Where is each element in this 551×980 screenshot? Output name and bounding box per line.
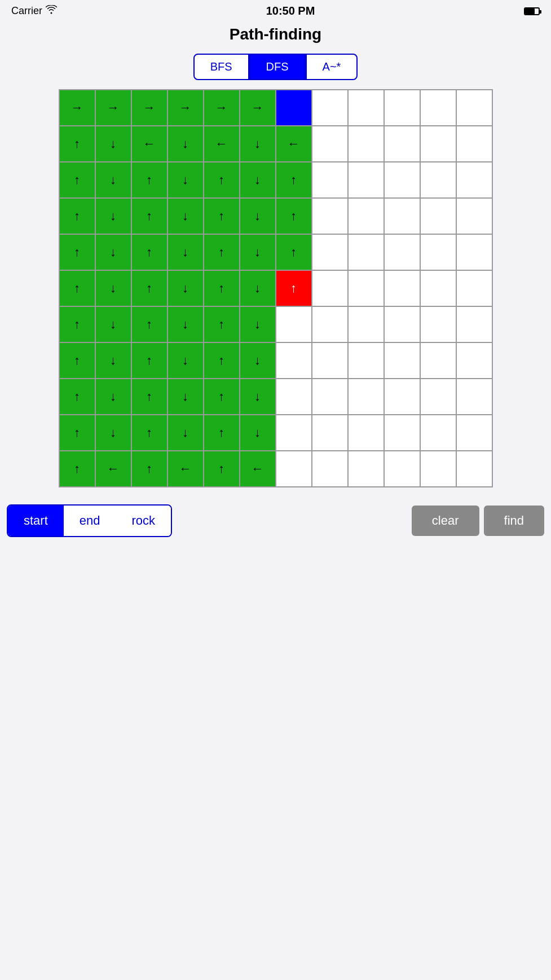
grid-cell-4-10[interactable] xyxy=(420,234,456,270)
grid-cell-5-1[interactable]: ↓ xyxy=(95,270,131,306)
grid-cell-1-4[interactable]: ← xyxy=(204,126,240,162)
grid-cell-7-6[interactable] xyxy=(276,342,312,379)
grid-cell-8-5[interactable]: ↓ xyxy=(240,379,276,415)
grid-cell-0-7[interactable] xyxy=(312,90,348,126)
grid-cell-6-6[interactable] xyxy=(276,306,312,342)
grid-cell-3-1[interactable]: ↓ xyxy=(95,198,131,234)
grid-cell-5-10[interactable] xyxy=(420,270,456,306)
grid-cell-9-1[interactable]: ↓ xyxy=(95,415,131,451)
mode-tab-start[interactable]: start xyxy=(8,506,64,536)
grid-cell-4-7[interactable] xyxy=(312,234,348,270)
grid-cell-5-5[interactable]: ↓ xyxy=(240,270,276,306)
grid-cell-8-3[interactable]: ↓ xyxy=(167,379,204,415)
grid-cell-9-9[interactable] xyxy=(384,415,420,451)
grid-cell-9-4[interactable]: ↑ xyxy=(204,415,240,451)
grid-cell-0-1[interactable]: → xyxy=(95,90,131,126)
grid-cell-3-5[interactable]: ↓ xyxy=(240,198,276,234)
grid-cell-5-0[interactable]: ↑ xyxy=(59,270,95,306)
grid-cell-10-3[interactable]: ← xyxy=(167,451,204,487)
grid-cell-5-8[interactable] xyxy=(348,270,384,306)
grid-cell-1-1[interactable]: ↓ xyxy=(95,126,131,162)
grid-cell-7-11[interactable] xyxy=(456,342,492,379)
grid-cell-6-8[interactable] xyxy=(348,306,384,342)
grid-cell-10-4[interactable]: ↑ xyxy=(204,451,240,487)
grid-cell-2-3[interactable]: ↓ xyxy=(167,162,204,198)
grid-cell-7-7[interactable] xyxy=(312,342,348,379)
grid-cell-10-9[interactable] xyxy=(384,451,420,487)
grid-cell-6-9[interactable] xyxy=(384,306,420,342)
grid-cell-0-11[interactable] xyxy=(456,90,492,126)
grid-cell-4-11[interactable] xyxy=(456,234,492,270)
grid-cell-6-7[interactable] xyxy=(312,306,348,342)
grid-cell-6-2[interactable]: ↑ xyxy=(131,306,167,342)
grid-cell-9-3[interactable]: ↓ xyxy=(167,415,204,451)
grid-cell-7-1[interactable]: ↓ xyxy=(95,342,131,379)
grid-cell-8-4[interactable]: ↑ xyxy=(204,379,240,415)
grid-cell-9-10[interactable] xyxy=(420,415,456,451)
grid-cell-3-6[interactable]: ↑ xyxy=(276,198,312,234)
grid-cell-3-3[interactable]: ↓ xyxy=(167,198,204,234)
grid-cell-7-5[interactable]: ↓ xyxy=(240,342,276,379)
grid-cell-8-2[interactable]: ↑ xyxy=(131,379,167,415)
grid-cell-10-6[interactable] xyxy=(276,451,312,487)
grid-cell-1-0[interactable]: ↑ xyxy=(59,126,95,162)
grid-cell-4-4[interactable]: ↑ xyxy=(204,234,240,270)
grid-cell-7-4[interactable]: ↑ xyxy=(204,342,240,379)
grid-cell-1-9[interactable] xyxy=(384,126,420,162)
grid-cell-1-3[interactable]: ↓ xyxy=(167,126,204,162)
grid-cell-5-11[interactable] xyxy=(456,270,492,306)
mode-tab-rock[interactable]: rock xyxy=(116,506,171,536)
grid-cell-7-2[interactable]: ↑ xyxy=(131,342,167,379)
grid-cell-2-2[interactable]: ↑ xyxy=(131,162,167,198)
grid-cell-4-5[interactable]: ↓ xyxy=(240,234,276,270)
grid-cell-3-8[interactable] xyxy=(348,198,384,234)
grid-cell-6-11[interactable] xyxy=(456,306,492,342)
grid-cell-0-6[interactable] xyxy=(276,90,312,126)
grid-cell-3-2[interactable]: ↑ xyxy=(131,198,167,234)
grid-cell-1-8[interactable] xyxy=(348,126,384,162)
grid-cell-4-9[interactable] xyxy=(384,234,420,270)
grid-cell-1-6[interactable]: ← xyxy=(276,126,312,162)
grid-cell-0-9[interactable] xyxy=(384,90,420,126)
grid-cell-9-7[interactable] xyxy=(312,415,348,451)
algo-tab-astar[interactable]: A~* xyxy=(306,54,358,80)
grid-cell-7-0[interactable]: ↑ xyxy=(59,342,95,379)
clear-button[interactable]: clear xyxy=(412,506,479,536)
grid-cell-5-6[interactable]: ↑ xyxy=(276,270,312,306)
grid-cell-10-8[interactable] xyxy=(348,451,384,487)
grid-cell-10-1[interactable]: ← xyxy=(95,451,131,487)
grid-cell-9-2[interactable]: ↑ xyxy=(131,415,167,451)
grid-cell-3-11[interactable] xyxy=(456,198,492,234)
grid-cell-3-9[interactable] xyxy=(384,198,420,234)
grid-cell-8-9[interactable] xyxy=(384,379,420,415)
grid-cell-7-9[interactable] xyxy=(384,342,420,379)
grid-cell-5-2[interactable]: ↑ xyxy=(131,270,167,306)
grid-cell-10-0[interactable]: ↑ xyxy=(59,451,95,487)
grid-cell-2-0[interactable]: ↑ xyxy=(59,162,95,198)
grid-cell-1-7[interactable] xyxy=(312,126,348,162)
grid-cell-6-10[interactable] xyxy=(420,306,456,342)
grid-cell-2-7[interactable] xyxy=(312,162,348,198)
grid-cell-4-2[interactable]: ↑ xyxy=(131,234,167,270)
grid-cell-6-4[interactable]: ↑ xyxy=(204,306,240,342)
grid-cell-2-1[interactable]: ↓ xyxy=(95,162,131,198)
grid-cell-2-9[interactable] xyxy=(384,162,420,198)
algo-tab-bfs[interactable]: BFS xyxy=(193,54,249,80)
grid-cell-9-0[interactable]: ↑ xyxy=(59,415,95,451)
grid-cell-8-8[interactable] xyxy=(348,379,384,415)
grid-cell-0-8[interactable] xyxy=(348,90,384,126)
grid-cell-8-6[interactable] xyxy=(276,379,312,415)
grid-cell-3-10[interactable] xyxy=(420,198,456,234)
grid-cell-7-10[interactable] xyxy=(420,342,456,379)
grid-cell-3-7[interactable] xyxy=(312,198,348,234)
grid-cell-10-7[interactable] xyxy=(312,451,348,487)
grid-cell-4-1[interactable]: ↓ xyxy=(95,234,131,270)
grid-cell-10-2[interactable]: ↑ xyxy=(131,451,167,487)
find-button[interactable]: find xyxy=(484,506,544,536)
grid-cell-5-3[interactable]: ↓ xyxy=(167,270,204,306)
grid-cell-3-0[interactable]: ↑ xyxy=(59,198,95,234)
grid-cell-4-8[interactable] xyxy=(348,234,384,270)
grid-cell-9-5[interactable]: ↓ xyxy=(240,415,276,451)
grid-cell-8-7[interactable] xyxy=(312,379,348,415)
grid-cell-0-4[interactable]: → xyxy=(204,90,240,126)
